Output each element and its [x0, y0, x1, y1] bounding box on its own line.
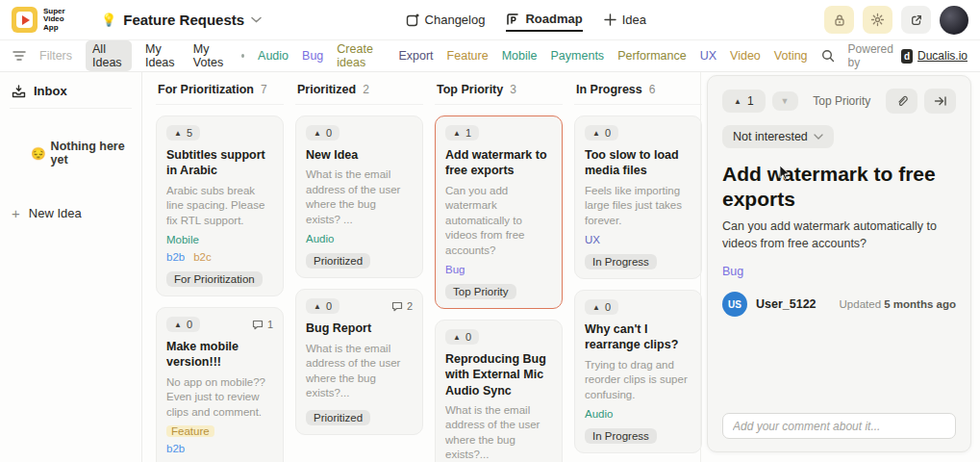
idea-card[interactable]: ▲0 New Idea What is the email address of… — [295, 116, 423, 278]
filter-tag-payments[interactable]: Payments — [551, 49, 605, 63]
filters-label[interactable]: Filters — [39, 49, 72, 63]
column-count: 6 — [649, 83, 656, 96]
card-title[interactable]: Subtitles support in Arabic — [166, 147, 273, 179]
search-icon[interactable] — [821, 49, 835, 63]
inbox-empty-state: 😔 Nothing here yet — [31, 140, 132, 167]
privacy-lock-button[interactable] — [824, 6, 854, 34]
ducalis-link[interactable]: Ducalis.io — [917, 49, 967, 63]
collapse-panel-button[interactable] — [924, 89, 956, 114]
vote-button[interactable]: ▲0 — [585, 299, 618, 315]
card-title[interactable]: New Idea — [306, 147, 413, 163]
card-tag[interactable]: Audio — [585, 408, 613, 420]
card-title[interactable]: Add watermark to free exports — [445, 147, 552, 179]
sidebar-new-idea-button[interactable]: + New Idea — [12, 205, 132, 221]
column-header: In Progress 6 — [574, 78, 702, 105]
card-tag[interactable]: b2b — [166, 443, 185, 454]
author-name: User_5122 — [756, 297, 817, 311]
view-my-ideas[interactable]: My Ideas — [145, 42, 180, 69]
dot-separator-icon — [241, 54, 244, 58]
column-count: 2 — [363, 83, 369, 96]
card-tag[interactable]: Feature — [166, 425, 214, 437]
upvote-icon: ▲ — [592, 129, 600, 138]
column-count: 3 — [510, 83, 516, 96]
card-tag[interactable]: b2b — [166, 251, 185, 263]
nav-changelog[interactable]: Changelog — [406, 9, 486, 31]
vote-button[interactable]: ▲1 — [445, 125, 479, 141]
column-count: 7 — [261, 83, 267, 96]
vote-button[interactable]: ▲0 — [166, 317, 200, 332]
ducalis-logo-icon: d — [901, 49, 913, 64]
filter-tag-export[interactable]: Export — [398, 49, 433, 63]
view-all-ideas[interactable]: All Ideas — [86, 40, 132, 71]
card-tag[interactable]: Audio — [306, 233, 334, 244]
card-title[interactable]: Why can't I rearrange clips? — [585, 321, 691, 353]
vote-button[interactable]: ▲0 — [306, 125, 339, 141]
view-my-votes[interactable]: My Votes — [193, 42, 228, 69]
open-public-board-button[interactable] — [901, 6, 931, 34]
card-status-chip[interactable]: Top Priority — [445, 284, 516, 299]
inbox-icon — [12, 85, 26, 98]
vote-button[interactable]: ▲0 — [585, 125, 618, 141]
sad-emoji-icon: 😔 — [31, 146, 46, 161]
upvote-icon: ▲ — [174, 321, 182, 329]
attach-file-button[interactable] — [886, 89, 917, 114]
not-interested-dropdown[interactable]: Not interested — [722, 125, 834, 148]
top-header: Super Video App 💡 Feature Requests Chang… — [0, 0, 980, 40]
column-header: For Prioritization 7 — [156, 78, 284, 105]
panel-upvote-button[interactable]: ▲1 — [722, 90, 766, 113]
vote-button[interactable]: ▲0 — [306, 298, 339, 314]
idea-card[interactable]: ▲0 1 Make mobile version!!! No app on mo… — [156, 307, 284, 462]
card-tag[interactable]: Mobile — [166, 234, 199, 245]
author-avatar: US — [722, 292, 747, 317]
vote-button[interactable]: ▲0 — [445, 329, 479, 345]
idea-card[interactable]: ▲5 Subtitles support in Arabic Arabic su… — [156, 116, 284, 296]
card-status-chip[interactable]: Prioritized — [306, 253, 370, 269]
card-description: Feels like importing large files just ta… — [585, 184, 691, 229]
filter-tag-create-ideas[interactable]: Create ideas — [337, 42, 385, 69]
card-status-chip[interactable]: In Progress — [585, 254, 657, 270]
card-title[interactable]: Reproducing Bug with External Mic Audio … — [445, 351, 552, 398]
app-logo-icon — [12, 7, 38, 33]
card-title[interactable]: Too slow to load media files — [585, 147, 691, 179]
comment-input[interactable] — [722, 413, 956, 439]
panel-tag-bug[interactable]: Bug — [722, 265, 956, 278]
filter-tag-feature[interactable]: Feature — [447, 49, 489, 63]
card-title[interactable]: Bug Report — [306, 321, 413, 336]
idea-card[interactable]: ▲0 Too slow to load media files Feels li… — [574, 116, 702, 279]
card-status-chip[interactable]: In Progress — [585, 428, 657, 444]
idea-card[interactable]: ▲0 Reproducing Bug with External Mic Aud… — [435, 320, 563, 462]
page-title: Feature Requests — [123, 12, 244, 28]
card-tag[interactable]: b2c — [193, 251, 212, 263]
chevron-down-icon — [251, 16, 262, 23]
upvote-icon: ▲ — [314, 302, 321, 311]
filters-icon[interactable] — [13, 50, 26, 62]
vote-button[interactable]: ▲5 — [166, 125, 200, 141]
external-link-icon — [910, 13, 923, 27]
filter-tag-bug[interactable]: Bug — [302, 49, 323, 63]
idea-card[interactable]: ▲0 2 Bug Report What is the email addres… — [295, 289, 423, 434]
panel-status-label: Top Priority — [805, 94, 879, 108]
panel-downvote-button[interactable]: ▼ — [772, 91, 798, 111]
card-tag[interactable]: UX — [585, 234, 600, 245]
filter-tag-voting[interactable]: Voting — [774, 49, 808, 63]
filter-tag-video[interactable]: Video — [730, 49, 761, 63]
idea-card-selected[interactable]: ▲1 Add watermark to free exports Can you… — [435, 116, 563, 309]
card-tag[interactable]: Bug — [445, 264, 465, 275]
card-title[interactable]: Make mobile version!!! — [166, 339, 273, 371]
filter-tag-audio[interactable]: Audio — [258, 49, 289, 63]
nav-roadmap[interactable]: Roadmap — [506, 8, 582, 32]
sidebar-inbox[interactable]: Inbox — [10, 78, 132, 109]
board-title-menu[interactable]: 💡 Feature Requests — [101, 12, 262, 28]
column-for-prioritization: For Prioritization 7 ▲5 Subtitles suppor… — [156, 78, 284, 462]
filter-tag-ux[interactable]: UX — [700, 49, 716, 63]
idea-card[interactable]: ▲0 Why can't I rearrange clips? Trying t… — [574, 290, 702, 453]
filter-tag-mobile[interactable]: Mobile — [502, 49, 538, 63]
settings-button[interactable] — [863, 6, 892, 34]
nav-new-idea[interactable]: Idea — [604, 9, 646, 31]
app-logo[interactable]: Super Video App — [12, 7, 76, 33]
user-avatar[interactable] — [940, 6, 968, 35]
card-status-chip[interactable]: Prioritized — [306, 410, 370, 425]
card-status-chip[interactable]: For Prioritization — [166, 271, 263, 287]
sidebar: Inbox 😔 Nothing here yet + New Idea — [0, 72, 142, 462]
filter-tag-performance[interactable]: Performance — [617, 49, 687, 63]
